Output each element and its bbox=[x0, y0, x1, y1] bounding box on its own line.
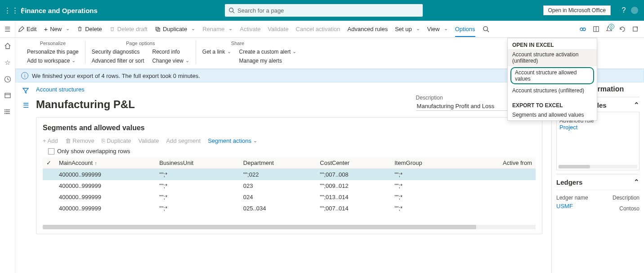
cancel-activation-button[interactable]: Cancel activation bbox=[296, 26, 340, 32]
segact-label: Segment actions bbox=[208, 137, 251, 144]
search-box[interactable]: Search for a page bbox=[225, 4, 423, 17]
manage-my-alerts[interactable]: Manage my alerts bbox=[239, 58, 297, 64]
table-row[interactable]: 400000..999999 "";* 025..034 "";007..014… bbox=[43, 203, 536, 214]
edit-button[interactable]: Edit bbox=[18, 26, 36, 32]
change-view[interactable]: Change view bbox=[152, 58, 189, 64]
duplicate-button[interactable]: Duplicate bbox=[155, 26, 195, 32]
open-item-allowed-values[interactable]: Account structure allowed values bbox=[510, 67, 594, 84]
open-item-activation[interactable]: Account structure activation (unfiltered… bbox=[508, 49, 597, 66]
h-scrollbar[interactable] bbox=[43, 225, 536, 229]
record-info[interactable]: Record info bbox=[152, 49, 189, 55]
add-label: Add bbox=[48, 137, 58, 144]
col-itemgroup[interactable]: ItemGroup bbox=[391, 157, 461, 169]
svg-line-1 bbox=[233, 12, 235, 14]
cell-main: 400000..999999 bbox=[55, 203, 156, 214]
cell-bu: "";* bbox=[156, 180, 240, 191]
user-avatar-icon[interactable] bbox=[631, 6, 644, 14]
new-button[interactable]: + New bbox=[44, 25, 70, 33]
advanced-filter[interactable]: Advanced filter or sort bbox=[92, 58, 144, 64]
breadcrumb[interactable]: Account structures bbox=[36, 86, 85, 93]
edit-label: Edit bbox=[27, 26, 36, 32]
cell-dept: 023 bbox=[240, 180, 316, 191]
options-button[interactable]: Options bbox=[455, 26, 475, 37]
ledger-row-desc: Contoso bbox=[619, 205, 640, 212]
table-row[interactable]: 400000..999999 "";* "";022 "";007..008 "… bbox=[43, 169, 536, 181]
get-a-link[interactable]: Get a link bbox=[202, 49, 231, 55]
col-activefrom[interactable]: Active from bbox=[461, 157, 536, 169]
export-to-excel-head: EXPORT TO EXCEL bbox=[508, 99, 597, 109]
cell-dept: "";022 bbox=[240, 169, 316, 181]
svg-rect-10 bbox=[157, 28, 160, 32]
overlap-checkbox[interactable] bbox=[48, 148, 54, 155]
activate-label: Activate bbox=[240, 26, 260, 32]
svg-line-12 bbox=[487, 30, 489, 32]
table-row[interactable]: 400000..999999 "";* 023 "";009..012 "";* bbox=[43, 180, 536, 191]
cell-bu: "";* bbox=[156, 191, 240, 203]
col-mainaccount[interactable]: MainAccount bbox=[55, 157, 156, 169]
export-item-segments[interactable]: Segments and allowed values bbox=[508, 109, 597, 120]
open-item-structures[interactable]: Account structures (unfiltered) bbox=[508, 85, 597, 96]
col-department[interactable]: Department bbox=[240, 157, 316, 169]
list-icon[interactable] bbox=[4, 108, 11, 115]
svg-rect-4 bbox=[5, 93, 10, 98]
filter-icon[interactable] bbox=[22, 87, 29, 94]
view-button[interactable]: View bbox=[427, 26, 448, 32]
find-button[interactable] bbox=[483, 26, 489, 32]
waffle-icon[interactable]: ⋮⋮⋮ bbox=[4, 6, 17, 15]
office-icon[interactable] bbox=[593, 26, 599, 32]
set-up-button[interactable]: Set up bbox=[395, 26, 420, 32]
cell-bu: "";* bbox=[156, 203, 240, 214]
segment-actions-button[interactable]: Segment actions bbox=[208, 137, 257, 144]
app-title: Finance and Operations bbox=[21, 7, 98, 14]
refresh-icon[interactable] bbox=[619, 26, 626, 32]
rule-scrollbar[interactable] bbox=[559, 165, 637, 168]
security-diagnostics[interactable]: Security diagnostics bbox=[92, 49, 144, 55]
options-label: Options bbox=[455, 26, 475, 32]
delete-button[interactable]: Delete bbox=[77, 26, 102, 32]
delete-draft-button[interactable]: Delete draft bbox=[109, 26, 148, 32]
cell-bu: "";* bbox=[156, 169, 240, 181]
remove-button[interactable]: 🗑 Remove bbox=[65, 137, 94, 144]
add-button[interactable]: + Add bbox=[43, 137, 58, 144]
popout-icon[interactable] bbox=[632, 26, 639, 32]
cell-ig: "";* bbox=[391, 180, 461, 191]
validate-label: Validate bbox=[139, 137, 159, 144]
add-to-workspace[interactable]: Add to workspace bbox=[27, 58, 79, 64]
cell-main: 400000..999999 bbox=[55, 169, 156, 181]
info-text: We finished your export of 4 rows. The f… bbox=[32, 73, 200, 79]
add-segment-button[interactable]: Add segment bbox=[166, 137, 201, 144]
star-icon[interactable]: ☆ bbox=[4, 59, 10, 67]
description-value[interactable]: Manufacturing Profit and Loss bbox=[416, 102, 513, 111]
list-toggle-icon[interactable]: ☰ bbox=[23, 101, 29, 109]
create-custom-alert[interactable]: Create a custom alert bbox=[239, 49, 297, 55]
svg-point-7 bbox=[4, 111, 5, 112]
advanced-rules-button[interactable]: Advanced rules bbox=[348, 26, 388, 32]
col-businessunit[interactable]: BusinessUnit bbox=[156, 157, 240, 169]
delete-draft-label: Delete draft bbox=[117, 26, 148, 32]
home-icon[interactable] bbox=[4, 42, 11, 50]
personalize-page[interactable]: Personalize this page bbox=[27, 49, 79, 55]
cell-cc: "";013..014 bbox=[316, 191, 391, 203]
col-main-label: MainAccount bbox=[59, 159, 97, 166]
search-icon bbox=[228, 7, 235, 14]
link-icon[interactable] bbox=[579, 26, 586, 33]
search-placeholder: Search for a page bbox=[237, 7, 284, 14]
validate-rows-button[interactable]: Validate bbox=[139, 137, 159, 144]
validate-button[interactable]: Validate bbox=[268, 26, 289, 32]
checkmark-col[interactable]: ✓ bbox=[43, 157, 55, 169]
help-icon[interactable]: ? bbox=[617, 6, 631, 14]
activate-button[interactable]: Activate bbox=[240, 26, 260, 32]
duplicate-row-button[interactable]: ⎘ Duplicate bbox=[102, 137, 131, 144]
ledger-row-name[interactable]: USMF bbox=[556, 203, 573, 212]
rename-button[interactable]: Rename bbox=[202, 26, 233, 32]
advanced-rule-link[interactable]: Project bbox=[559, 124, 636, 131]
clock-icon[interactable] bbox=[4, 76, 11, 83]
col-costcenter[interactable]: CostCenter bbox=[316, 157, 391, 169]
topbar: ⋮⋮⋮ Finance and Operations Search for a … bbox=[0, 0, 644, 21]
ledgers-section[interactable]: Ledgers ⌃ bbox=[556, 178, 640, 186]
notification-icon[interactable]: 0 bbox=[606, 26, 613, 32]
cell-dept: 025..034 bbox=[240, 203, 316, 214]
module-icon[interactable] bbox=[4, 92, 11, 99]
table-row[interactable]: 400000..999999 "";* 024 "";013..014 "";* bbox=[43, 191, 536, 203]
ledger-name-col: Ledger name bbox=[556, 195, 588, 201]
